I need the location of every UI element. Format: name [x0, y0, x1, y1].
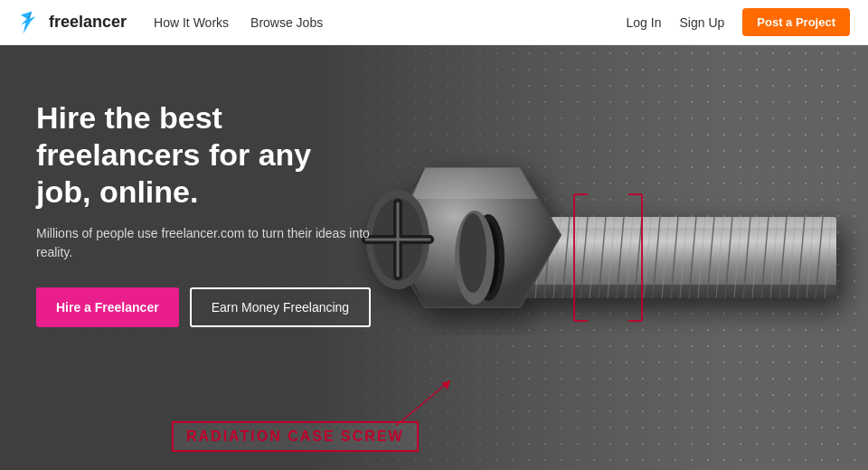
- annotation-label: RADIATION CASE SCREW: [172, 421, 419, 452]
- annotation-container: RADIATION CASE SCREW: [172, 421, 419, 452]
- hire-freelancer-button[interactable]: Hire a Freelancer: [36, 287, 179, 327]
- nav-browse-jobs[interactable]: Browse Jobs: [250, 15, 323, 30]
- annotation-arrow-icon: [392, 376, 464, 430]
- hero-section: Hire the best freelancers for any job, o…: [0, 45, 868, 470]
- svg-marker-0: [21, 11, 36, 33]
- nav-links: How It Works Browse Jobs: [154, 15, 626, 30]
- nav-how-it-works[interactable]: How It Works: [154, 15, 229, 30]
- nav-right: Log In Sign Up Post a Project: [627, 8, 850, 36]
- hero-buttons: Hire a Freelancer Earn Money Freelancing: [36, 287, 371, 327]
- logo[interactable]: freelancer: [18, 10, 127, 35]
- svg-point-49: [459, 213, 486, 293]
- hero-title: Hire the best freelancers for any job, o…: [36, 99, 371, 210]
- earn-money-button[interactable]: Earn Money Freelancing: [190, 287, 372, 327]
- navbar: freelancer How It Works Browse Jobs Log …: [0, 0, 868, 45]
- svg-marker-63: [441, 381, 450, 390]
- svg-marker-43: [411, 167, 538, 199]
- svg-line-62: [396, 381, 450, 426]
- post-project-button[interactable]: Post a Project: [742, 8, 850, 36]
- signup-link[interactable]: Sign Up: [679, 15, 724, 30]
- login-link[interactable]: Log In: [627, 15, 662, 30]
- freelancer-logo-icon: [18, 10, 43, 35]
- hero-content: Hire the best freelancers for any job, o…: [36, 99, 371, 327]
- logo-text: freelancer: [49, 13, 127, 32]
- hero-subtitle: Millions of people use freelancer.com to…: [36, 224, 371, 262]
